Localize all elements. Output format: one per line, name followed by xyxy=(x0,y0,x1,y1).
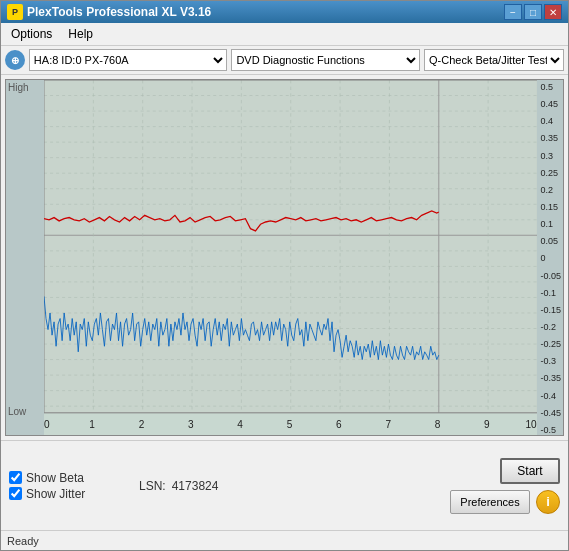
show-beta-row: Show Beta xyxy=(9,471,119,485)
preferences-button[interactable]: Preferences xyxy=(450,490,530,514)
status-text: Ready xyxy=(7,535,39,547)
start-button[interactable]: Start xyxy=(500,458,560,484)
show-beta-checkbox[interactable] xyxy=(9,471,22,484)
menu-help[interactable]: Help xyxy=(62,25,99,43)
show-beta-label[interactable]: Show Beta xyxy=(26,471,84,485)
svg-text:10: 10 xyxy=(525,418,536,431)
svg-text:6: 6 xyxy=(336,418,342,431)
lsn-label: LSN: xyxy=(139,479,166,493)
menu-bar: Options Help xyxy=(1,23,568,46)
bottom-panel: Show Beta Show Jitter LSN: 4173824 Start… xyxy=(1,440,568,530)
svg-text:8: 8 xyxy=(435,418,441,431)
y-axis-left: High Low xyxy=(6,80,44,435)
svg-text:4: 4 xyxy=(237,418,243,431)
svg-text:9: 9 xyxy=(484,418,490,431)
chart-plot: 0 1 2 3 4 5 6 7 8 9 10 xyxy=(44,80,537,435)
y-high-label: High xyxy=(6,80,44,93)
chart-area: High Low xyxy=(5,79,564,436)
svg-text:3: 3 xyxy=(188,418,194,431)
lsn-value: 4173824 xyxy=(172,479,219,493)
function-select[interactable]: DVD Diagnostic Functions xyxy=(231,49,420,71)
window-title: PlexTools Professional XL V3.16 xyxy=(27,5,504,19)
main-window: P PlexTools Professional XL V3.16 − □ ✕ … xyxy=(0,0,569,551)
y-left-values xyxy=(6,93,44,406)
drive-icon: ⊕ xyxy=(5,50,25,70)
svg-text:1: 1 xyxy=(89,418,95,431)
right-controls: Start Preferences i xyxy=(450,458,560,514)
bottom-right-row: Preferences i xyxy=(450,490,560,514)
y-low-label: Low xyxy=(6,406,44,417)
test-select[interactable]: Q-Check Beta/Jitter Test xyxy=(424,49,564,71)
svg-text:7: 7 xyxy=(385,418,391,431)
checkboxes: Show Beta Show Jitter xyxy=(9,471,119,501)
show-jitter-row: Show Jitter xyxy=(9,487,119,501)
toolbar: ⊕ HA:8 ID:0 PX-760A DVD Diagnostic Funct… xyxy=(1,46,568,75)
info-button[interactable]: i xyxy=(536,490,560,514)
drive-select[interactable]: HA:8 ID:0 PX-760A xyxy=(29,49,228,71)
maximize-button[interactable]: □ xyxy=(524,4,542,20)
title-bar: P PlexTools Professional XL V3.16 − □ ✕ xyxy=(1,1,568,23)
lsn-area: LSN: 4173824 xyxy=(139,479,218,493)
app-icon: P xyxy=(7,4,23,20)
svg-text:5: 5 xyxy=(287,418,293,431)
svg-text:0: 0 xyxy=(44,418,50,431)
show-jitter-label[interactable]: Show Jitter xyxy=(26,487,85,501)
svg-text:2: 2 xyxy=(139,418,145,431)
window-controls: − □ ✕ xyxy=(504,4,562,20)
minimize-button[interactable]: − xyxy=(504,4,522,20)
chart-svg: 0 1 2 3 4 5 6 7 8 9 10 xyxy=(44,80,537,435)
status-bar: Ready xyxy=(1,530,568,550)
show-jitter-checkbox[interactable] xyxy=(9,487,22,500)
close-button[interactable]: ✕ xyxy=(544,4,562,20)
menu-options[interactable]: Options xyxy=(5,25,58,43)
y-axis-right: 0.5 0.45 0.4 0.35 0.3 0.25 0.2 0.15 0.1 … xyxy=(537,80,563,435)
